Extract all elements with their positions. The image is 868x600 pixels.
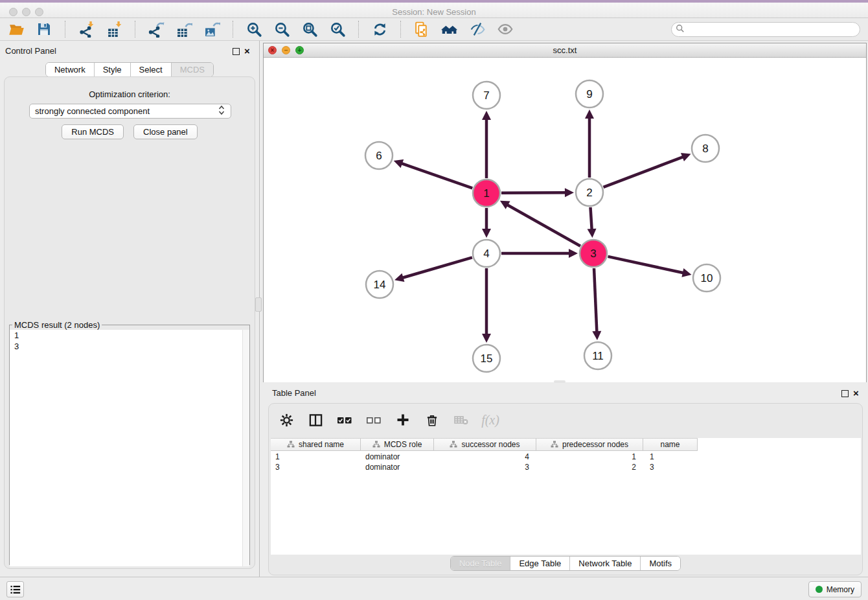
table-settings-gear-icon[interactable] <box>278 411 295 428</box>
graph-edge-arrowhead <box>482 334 491 343</box>
tab-network-table[interactable]: Network Table <box>570 557 641 570</box>
tab-style[interactable]: Style <box>95 63 131 76</box>
memory-button[interactable]: Memory <box>808 581 862 597</box>
zoom-fit-icon[interactable] <box>301 21 318 38</box>
hide-selected-icon[interactable] <box>469 21 486 38</box>
application-window: Session: New Session <box>0 0 868 600</box>
mcds-result-item: 3 <box>10 341 249 352</box>
list-icon <box>10 584 21 595</box>
import-network-icon[interactable] <box>78 21 95 38</box>
mcds-result-box: MCDS result (2 nodes) 1 3 <box>9 320 250 565</box>
result-scrollbar[interactable] <box>242 330 249 566</box>
graph-node-label: 7 <box>483 89 489 102</box>
graph-node-label: 2 <box>586 187 592 199</box>
graph-edge-2-3[interactable] <box>590 207 591 231</box>
graph-node-label: 11 <box>592 350 604 362</box>
mcds-result-list[interactable]: 1 3 <box>10 330 249 566</box>
export-image-icon[interactable] <box>203 21 220 38</box>
tab-node-table[interactable]: Node Table <box>451 557 511 570</box>
search-field[interactable] <box>671 22 860 37</box>
column-header-name[interactable]: name <box>643 439 698 450</box>
save-session-icon[interactable] <box>36 21 52 38</box>
unselect-all-columns-icon[interactable] <box>365 411 382 428</box>
task-history-button[interactable] <box>6 581 24 597</box>
show-all-icon[interactable] <box>497 21 514 38</box>
mcds-panel: Optimization criterion: strongly connect… <box>4 76 255 569</box>
run-mcds-button[interactable]: Run MCDS <box>62 124 124 139</box>
control-panel-close-icon[interactable]: × <box>244 47 251 54</box>
add-column-icon[interactable] <box>394 411 411 428</box>
table-panel-float-icon[interactable] <box>841 390 849 397</box>
table-row[interactable]: 3 dominator 3 2 3 <box>271 462 861 472</box>
export-table-icon[interactable] <box>176 21 192 38</box>
graph-node-label: 8 <box>702 143 708 155</box>
column-header-successor-nodes[interactable]: successor nodes <box>434 439 536 450</box>
search-icon <box>676 24 685 36</box>
column-header-predecessor-nodes[interactable]: predecessor nodes <box>536 439 643 450</box>
graph-node-label: 3 <box>590 248 596 260</box>
graph-edge-arrowhead <box>569 249 578 258</box>
graph-edge-4-14[interactable] <box>401 257 472 278</box>
search-input[interactable] <box>687 24 860 36</box>
table-panel-close-icon[interactable]: × <box>853 389 860 397</box>
function-builder-icon-disabled: f(x) <box>482 411 499 428</box>
node-table-header: shared name MCDS role successor nodes pr… <box>271 438 698 451</box>
network-window-titlebar[interactable]: × – + scc.txt <box>264 43 866 58</box>
graph-edge-2-8[interactable] <box>604 156 685 187</box>
refresh-icon[interactable] <box>371 21 388 38</box>
tab-mcds[interactable]: MCDS <box>172 63 213 76</box>
graph-node-label: 10 <box>701 272 713 284</box>
graph-node-label: 6 <box>376 150 382 162</box>
zoom-in-icon[interactable] <box>246 21 262 38</box>
table-row[interactable]: 1 dominator 4 1 1 <box>271 452 861 462</box>
delete-table-icon-disabled <box>453 411 470 428</box>
graph-edge-arrowhead <box>585 110 594 119</box>
graph-edge-arrowhead <box>394 273 404 282</box>
import-table-icon[interactable] <box>106 21 122 38</box>
column-type-icon <box>450 441 457 448</box>
graph-edge-arrowhead <box>681 268 691 277</box>
select-all-columns-icon[interactable] <box>336 411 353 428</box>
zoom-selected-icon[interactable] <box>329 21 346 38</box>
graph-edge-arrowhead <box>592 331 601 340</box>
control-panel-float-icon[interactable] <box>233 48 240 55</box>
node-table: shared name MCDS role successor nodes pr… <box>271 438 861 555</box>
graph-edge-3-11[interactable] <box>594 268 597 334</box>
open-file-icon[interactable] <box>8 21 25 38</box>
graph-edge-arrowhead <box>565 188 574 197</box>
graph-edge-1-2[interactable] <box>501 192 567 193</box>
delete-column-trash-icon[interactable] <box>424 411 440 428</box>
select-stepper-icon <box>218 105 225 117</box>
tab-motifs[interactable]: Motifs <box>641 557 680 570</box>
zoom-out-icon[interactable] <box>273 21 290 38</box>
reset-home-icon[interactable] <box>441 21 458 38</box>
network-graph[interactable]: 1234678910111415 <box>264 58 866 382</box>
column-header-mcds-role[interactable]: MCDS role <box>361 439 434 450</box>
mcds-result-item: 1 <box>10 330 249 341</box>
graph-edge-1-6[interactable] <box>400 163 472 188</box>
tab-network[interactable]: Network <box>46 63 95 76</box>
open-in-cloud-icon[interactable] <box>413 21 430 38</box>
column-header-shared-name[interactable]: shared name <box>271 439 361 450</box>
toggle-column-panel-icon[interactable] <box>307 411 324 428</box>
titlebar: Session: New Session <box>0 0 868 18</box>
toolbar-separator <box>65 21 65 38</box>
graph-edge-3-10[interactable] <box>608 257 685 273</box>
panel-divider-grip[interactable] <box>255 297 262 312</box>
optimization-criterion-value: strongly connected component <box>35 106 150 116</box>
graph-edge-3-1[interactable] <box>506 204 580 246</box>
optimization-criterion-select[interactable]: strongly connected component <box>29 104 231 119</box>
tab-edge-table[interactable]: Edge Table <box>510 557 570 570</box>
memory-status-icon <box>816 586 823 593</box>
memory-label: Memory <box>827 585 854 594</box>
graph-node-label: 9 <box>586 88 592 100</box>
graph-edge-arrowhead <box>588 229 597 238</box>
network-canvas[interactable]: 1234678910111415 <box>264 58 866 382</box>
graph-node-label: 14 <box>374 279 386 291</box>
export-network-icon[interactable] <box>148 21 165 38</box>
tab-select[interactable]: Select <box>131 63 172 76</box>
close-panel-button[interactable]: Close panel <box>133 124 198 139</box>
graph-edge-arrowhead <box>482 229 491 238</box>
table-panel-tabs: Node Table Edge Table Network Table Moti… <box>269 556 862 571</box>
control-panel-tabs: Network Style Select MCDS <box>0 62 259 77</box>
